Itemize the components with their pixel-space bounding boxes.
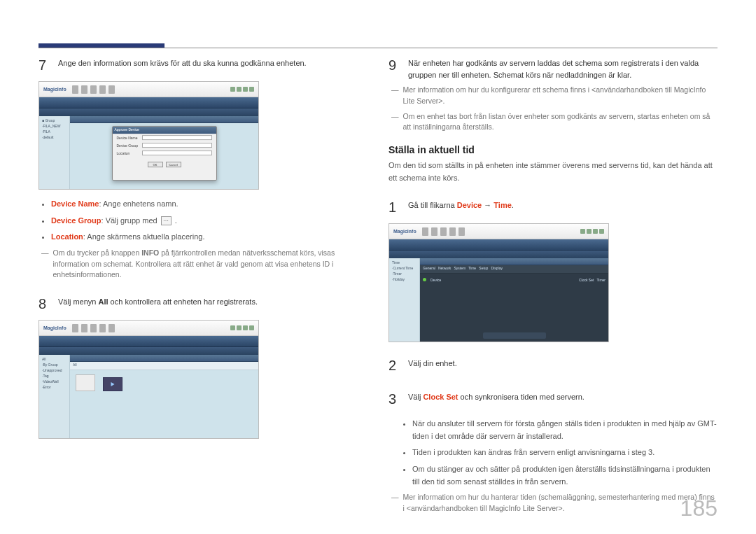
- step-1: 1 Gå till flikarna Device → Time.: [388, 197, 718, 218]
- step-text: Välj menyn All och kontrollera att enhet…: [58, 293, 368, 314]
- dlg-title: Approve Device: [113, 127, 216, 134]
- bullet-location: Location: Ange skärmens aktuella placeri…: [51, 231, 368, 244]
- ss-toolbar2: [39, 108, 258, 116]
- step-number: 1: [388, 197, 401, 218]
- note-body: Mer information om hur du hanterar tiden…: [403, 492, 718, 514]
- ss-tabstrip: [420, 258, 608, 265]
- step-text: Ange den information som krävs för att d…: [58, 55, 368, 76]
- field-bullets: Device Name: Ange enhetens namn. Device …: [51, 198, 368, 244]
- ss-body: Time·Current Time·Timer·Holiday General …: [389, 258, 608, 342]
- ss-main: Approve Device Device Name Device Group …: [70, 116, 258, 189]
- step-number: 8: [38, 293, 51, 314]
- note-device-remove: ― Om en enhet tas bort från listan över …: [391, 111, 718, 134]
- rest: : Ange enhetens namn.: [99, 199, 178, 208]
- bullet-device-name: Device Name: Ange enhetens namn.: [51, 198, 368, 211]
- step-number: 2: [388, 355, 401, 376]
- section-intro: Om den tid som ställts in på enheten int…: [388, 160, 718, 184]
- ss-approve-dialog: Approve Device Device Name Device Group …: [112, 126, 217, 181]
- page-content: 7 Ange den information som krävs för att…: [0, 0, 756, 534]
- note-body: Mer information om hur du konfigurerar e…: [403, 85, 718, 107]
- ss-toolbar: [39, 336, 258, 347]
- step-text: Gå till flikarna Device → Time.: [408, 197, 718, 218]
- bullet-device-group: Device Group: Välj grupp med ⋯ .: [51, 215, 368, 227]
- ss-body: All·By Group·Unapproved·Tag·VideoWall·Er…: [39, 355, 258, 438]
- ss-canvas: Approve Device Device Name Device Group …: [70, 123, 258, 189]
- screenshot-approve-dialog: MagicInfo ■ Group·FILA_NEW·FILA·default …: [38, 81, 259, 190]
- ss-main: All: [70, 355, 258, 438]
- ss-sidebar: ■ Group·FILA_NEW·FILA·default: [39, 116, 70, 189]
- rest: : Välj grupp med: [102, 216, 160, 225]
- ss-topbar: MagicInfo: [389, 224, 608, 239]
- note-schedule-config: ― Mer information om hur du konfigurerar…: [391, 85, 718, 107]
- step-9: 9 När enheten har godkänts av servern la…: [388, 55, 718, 80]
- step-8: 8 Välj menyn All och kontrollera att enh…: [38, 293, 368, 314]
- note-dash: ―: [391, 492, 399, 514]
- note-time-manage: ― Mer information om hur du hanterar tid…: [391, 492, 718, 514]
- page-number: 185: [680, 496, 718, 521]
- ss-topbar: MagicInfo: [39, 82, 258, 97]
- note-dash: ―: [391, 111, 399, 134]
- ss-right-icons: [230, 325, 254, 330]
- step-3: 3 Välj Clock Set och synkronisera tiden …: [388, 388, 718, 409]
- kw: Location: [51, 232, 83, 241]
- ss-title-strip: All: [70, 362, 258, 370]
- screenshot-device-list: MagicInfo All·By Group·Unapproved·Tag·Vi…: [38, 320, 259, 439]
- left-column: 7 Ange den information som krävs för att…: [38, 42, 368, 519]
- step-number: 3: [388, 388, 401, 409]
- ss-toolbar: [39, 97, 258, 108]
- ss-logo: MagicInfo: [393, 229, 416, 234]
- sub-bullet: Tiden i produkten kan ändras från server…: [412, 447, 718, 459]
- note-body: Om du trycker på knappen INFO på fjärrko…: [53, 248, 368, 281]
- ss-right-icons: [580, 229, 604, 234]
- step-text: Välj din enhet.: [408, 355, 718, 376]
- sub-bullet: När du ansluter till servern för första …: [412, 418, 718, 442]
- section-title: Ställa in aktuell tid: [388, 144, 718, 155]
- step-number: 7: [38, 55, 51, 76]
- rest: : Ange skärmens aktuella placering.: [83, 232, 205, 241]
- ss-body: ■ Group·FILA_NEW·FILA·default Approve De…: [39, 116, 258, 189]
- ss-top-icons: [72, 324, 115, 332]
- device-thumb: [103, 377, 122, 391]
- note-dash: ―: [41, 248, 49, 281]
- ss-sidebar: Time·Current Time·Timer·Holiday: [389, 258, 420, 342]
- ss-tabstrip: [70, 116, 258, 123]
- ss-subtabs: General Network System Time Setup Displa…: [420, 265, 608, 274]
- ss-top-icons: [72, 85, 115, 94]
- step-number: 9: [388, 55, 401, 80]
- ss-logo: MagicInfo: [43, 325, 66, 330]
- note-body: Om en enhet tas bort från listan över en…: [403, 111, 718, 134]
- top-rule: [38, 48, 718, 48]
- kw: Device Group: [51, 216, 102, 225]
- ss-sidebar: All·By Group·Unapproved·Tag·VideoWall·Er…: [39, 355, 70, 438]
- ss-timeline: [483, 332, 546, 339]
- kw: Device Name: [51, 199, 99, 208]
- step-text: När enheten har godkänts av servern ladd…: [408, 55, 718, 80]
- step-2: 2 Välj din enhet.: [388, 355, 718, 376]
- step-7: 7 Ange den information som krävs för att…: [38, 55, 368, 76]
- ss-main: General Network System Time Setup Displa…: [420, 258, 608, 342]
- ss-logo: MagicInfo: [43, 87, 66, 92]
- ss-toolbar: [389, 239, 608, 251]
- sub-bullet: Om du stänger av och sätter på produkten…: [412, 463, 718, 488]
- group-picker-icon: ⋯: [161, 216, 172, 225]
- ss-top-icons: [422, 227, 465, 236]
- grid-item: [76, 374, 95, 391]
- ss-topbar: MagicInfo: [39, 321, 258, 336]
- ss-toolbar2: [39, 347, 258, 355]
- ss-right-icons: [230, 87, 254, 92]
- ss-toolbar2: [389, 251, 608, 258]
- note-dash: ―: [391, 85, 399, 107]
- right-column: 9 När enheten har godkänts av servern la…: [388, 42, 718, 519]
- time-sub-bullets: När du ansluter till servern för första …: [412, 418, 718, 488]
- note-info-button: ― Om du trycker på knappen INFO på fjärr…: [41, 248, 368, 281]
- step-text: Välj Clock Set och synkronisera tiden me…: [408, 388, 718, 409]
- ss-tabstrip: [70, 355, 258, 362]
- screenshot-time-config: MagicInfo Time·Current Time·Timer·Holida…: [388, 223, 609, 342]
